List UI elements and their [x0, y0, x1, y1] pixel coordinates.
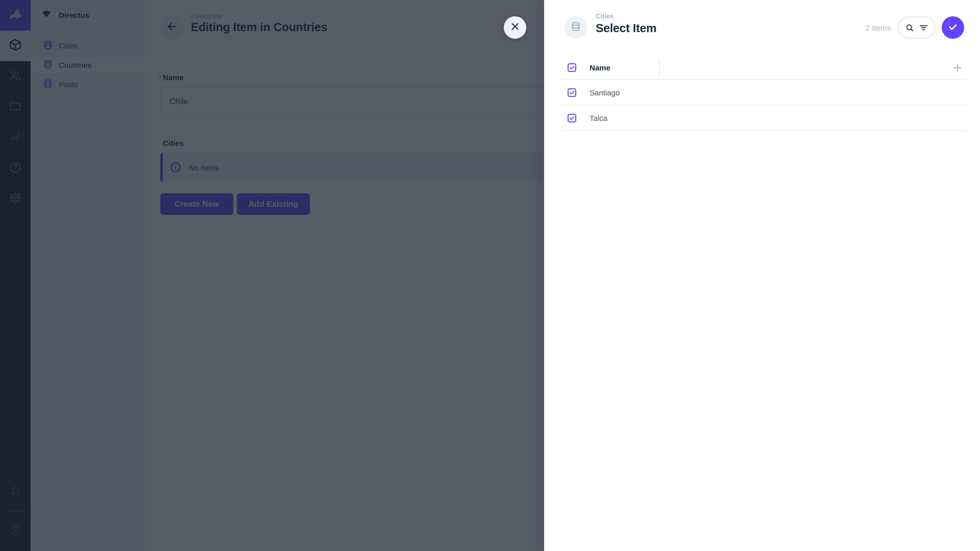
table-row-talca[interactable]: Talca [562, 106, 967, 131]
column-divider[interactable] [659, 59, 660, 78]
filter-icon[interactable] [919, 23, 928, 32]
row-name-cell: Santiago [590, 88, 620, 97]
plus-icon[interactable] [953, 62, 963, 73]
search-icon[interactable] [905, 23, 915, 32]
directus-app: Directus Cities [0, 0, 980, 551]
confirm-selection-button[interactable] [942, 16, 964, 39]
row-name-cell: Talca [590, 114, 608, 122]
items-table: Name Santiago [562, 56, 967, 131]
drawer-actions: 2 Items [865, 16, 964, 39]
close-icon [509, 21, 520, 34]
table-row-santiago[interactable]: Santiago [562, 80, 967, 106]
search-filter-pill [898, 16, 935, 39]
check-icon [947, 21, 959, 34]
drawer-title: Select Item [596, 21, 657, 35]
row-checkbox[interactable] [568, 114, 576, 122]
select-item-drawer: Cities Select Item 2 Items [544, 0, 980, 551]
items-count: 2 Items [865, 23, 891, 32]
drawer-collection-label: Cities [596, 12, 614, 20]
table-header-row: Name [562, 56, 967, 80]
select-all-checkbox[interactable] [568, 63, 576, 72]
column-header-name[interactable]: Name [590, 63, 611, 72]
drawer-close-button[interactable] [504, 16, 526, 39]
row-checkbox[interactable] [568, 88, 576, 97]
drawer-overlay[interactable] [0, 0, 544, 551]
collection-avatar [565, 16, 587, 39]
database-icon [570, 21, 582, 35]
